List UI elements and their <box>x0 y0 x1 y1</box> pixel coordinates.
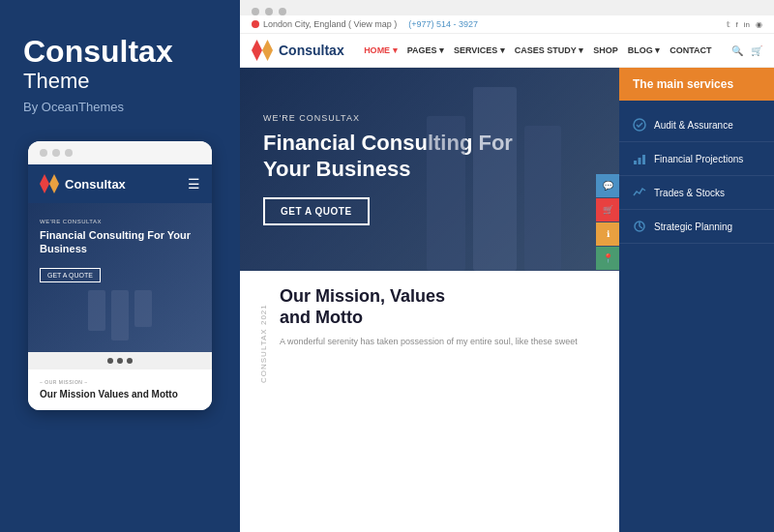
strategy-icon <box>633 220 646 233</box>
svg-marker-2 <box>252 40 262 61</box>
sidebar-info-button[interactable]: ℹ <box>596 222 619 246</box>
logo-icon <box>40 174 59 193</box>
site-topbar: London City, England ( View map ) (+977)… <box>240 15 774 34</box>
browser-chrome <box>240 0 774 15</box>
page-dot-3 <box>127 358 133 364</box>
facebook-icon[interactable]: f <box>736 20 738 29</box>
mockup-header: Consultax ☰ <box>28 164 212 203</box>
svg-rect-6 <box>639 158 641 164</box>
content-text: Our Mission, Valuesand Motto A wonderful… <box>280 286 578 349</box>
hero-cta-button[interactable]: GET A QUOTE <box>263 197 370 225</box>
svg-marker-3 <box>262 40 273 61</box>
page-dot-2 <box>117 358 123 364</box>
left-panel: Consultax Theme By OceanThemes Consultax… <box>0 0 240 532</box>
service-label-strategy: Strategic Planning <box>654 222 732 232</box>
sidebar-cart-button[interactable]: 🛒 <box>596 198 619 222</box>
nav-logo-text: Consultax <box>279 43 344 58</box>
services-list: Audit & Assurance Financial Projections <box>619 101 774 532</box>
service-label-trades: Trades & Stocks <box>654 188 725 198</box>
mockup-top-bar <box>28 141 212 164</box>
nav-link-blog[interactable]: BLOG ▾ <box>628 45 661 55</box>
figure-1 <box>88 290 105 331</box>
location-icon <box>252 20 259 28</box>
service-label-financial: Financial Projections <box>654 154 743 164</box>
mockup-menu-icon: ☰ <box>188 176 200 192</box>
browser-dot-3 <box>279 8 286 15</box>
services-sidebar: The main services Audit & Assurance <box>619 68 774 532</box>
topbar-phone: (+977) 514 - 3927 <box>408 19 478 29</box>
mockup-mission: ~ Our Mission ~ Our Mission Values and M… <box>28 369 212 410</box>
nav-links: HOME ▾ PAGES ▾ SERVICES ▾ CASES STUDY ▾ … <box>364 45 711 55</box>
nav-link-home[interactable]: HOME ▾ <box>364 45 398 55</box>
linkedin-icon[interactable]: in <box>744 20 750 29</box>
figure-silhouette-1 <box>427 116 465 271</box>
svg-line-10 <box>640 226 642 228</box>
mockup-hero-title: Financial Consulting For Your Business <box>40 228 200 256</box>
sidebar-chat-button[interactable]: 💬 <box>596 174 619 197</box>
mockup-logo: Consultax <box>40 174 126 193</box>
site-content: CONSULTAX 2021 Our Mission, Valuesand Mo… <box>240 271 619 532</box>
svg-marker-1 <box>49 174 59 193</box>
mockup-mission-title: Our Mission Values and Motto <box>40 388 200 400</box>
nav-link-cases[interactable]: CASES STUDY ▾ <box>515 45 583 55</box>
browser-dot-2 <box>265 8 273 15</box>
figure-3 <box>134 290 152 327</box>
service-item-trades[interactable]: Trades & Stocks <box>619 176 774 210</box>
right-panel: London City, England ( View map ) (+977)… <box>240 0 774 532</box>
sidebar-map-button[interactable]: 📍 <box>596 247 619 270</box>
figure-silhouette-2 <box>473 87 517 271</box>
service-item-audit[interactable]: Audit & Assurance <box>619 108 774 142</box>
mockup-mission-label: ~ Our Mission ~ <box>40 379 200 385</box>
service-item-strategy[interactable]: Strategic Planning <box>619 210 774 244</box>
section-label: CONSULTAX 2021 <box>259 286 268 383</box>
site-hero: WE'RE CONSULTAX Financial Consulting For… <box>240 68 619 271</box>
nav-logo[interactable]: Consultax <box>252 40 344 61</box>
mobile-mockup: Consultax ☰ WE'RE CONSULTAX Financial Co… <box>28 141 212 410</box>
mockup-dot-3 <box>65 149 73 157</box>
audit-icon <box>633 118 646 132</box>
mockup-dot-1 <box>40 149 47 157</box>
services-header-title: The main services <box>633 77 760 91</box>
nav-icons: 🔍 🛒 <box>731 45 762 56</box>
mockup-cta-button[interactable]: GET A QUOTE <box>40 268 101 282</box>
figure-silhouette-3 <box>524 126 561 271</box>
svg-rect-5 <box>634 161 637 164</box>
topbar-location: London City, England ( View map ) <box>263 19 397 29</box>
mockup-pagination <box>28 352 212 369</box>
right-sidebar-panel: 💬 🛒 ℹ 📍 <box>596 174 619 270</box>
service-item-financial[interactable]: Financial Projections <box>619 142 774 176</box>
mockup-we-text: WE'RE CONSULTAX <box>40 219 200 224</box>
content-main: CONSULTAX 2021 Our Mission, Valuesand Mo… <box>240 271 619 532</box>
svg-rect-7 <box>642 155 645 164</box>
rss-icon[interactable]: ◉ <box>756 20 762 29</box>
finance-icon <box>633 152 646 165</box>
service-label-audit: Audit & Assurance <box>654 120 733 131</box>
mockup-dot-2 <box>52 149 60 157</box>
page-dot-1 <box>107 358 113 364</box>
nav-link-shop[interactable]: SHOP <box>593 45 618 55</box>
brand-subtitle: Theme <box>23 69 217 94</box>
browser-dot-1 <box>252 8 259 15</box>
mockup-logo-text: Consultax <box>65 177 126 192</box>
twitter-icon[interactable]: 𝕥 <box>727 20 730 29</box>
mockup-figures <box>40 290 200 340</box>
topbar-right: 𝕥 f in ◉ <box>727 20 762 29</box>
nav-link-pages[interactable]: PAGES ▾ <box>407 45 444 55</box>
trades-icon <box>633 186 646 199</box>
svg-marker-0 <box>40 174 49 193</box>
cart-icon[interactable]: 🛒 <box>751 45 762 56</box>
nav-link-services[interactable]: SERVICES ▾ <box>454 45 505 55</box>
nav-link-contact[interactable]: CONTACT <box>670 45 711 55</box>
site-navbar: Consultax HOME ▾ PAGES ▾ SERVICES ▾ CASE… <box>240 34 774 68</box>
topbar-left: London City, England ( View map ) (+977)… <box>252 19 478 29</box>
services-header: The main services <box>619 68 774 101</box>
brand-title: Consultax <box>23 35 217 69</box>
content-body: A wonderful serenity has taken possessio… <box>280 336 578 349</box>
website-preview: London City, England ( View map ) (+977)… <box>240 15 774 532</box>
search-icon[interactable]: 🔍 <box>731 45 743 56</box>
figure-2 <box>111 290 129 340</box>
hero-figures <box>427 87 561 271</box>
nav-logo-icon <box>252 40 273 61</box>
content-title: Our Mission, Valuesand Motto <box>280 286 578 328</box>
mockup-hero: WE'RE CONSULTAX Financial Consulting For… <box>28 203 212 352</box>
